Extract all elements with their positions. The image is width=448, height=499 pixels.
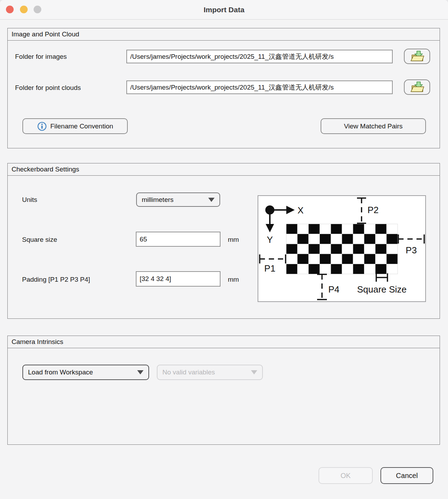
chevron-down-icon xyxy=(137,370,144,374)
view-matched-pairs-button[interactable]: View Matched Pairs xyxy=(321,118,426,134)
filename-convention-button[interactable]: Filename Convention xyxy=(22,118,128,134)
diagram-p2-label: P2 xyxy=(368,205,379,215)
checkerboard-settings-group: Checkerboard Settings Units millimeters … xyxy=(7,163,440,319)
chevron-down-icon xyxy=(208,198,215,202)
intrinsics-variable-select: No valid variables xyxy=(157,365,263,380)
camera-intrinsics-group: Camera Intrinsics Load from Workspace No… xyxy=(7,336,440,445)
ok-button: OK xyxy=(318,467,373,484)
zoom-window-button[interactable] xyxy=(34,6,41,13)
padding-input[interactable] xyxy=(136,271,220,287)
folder-images-input[interactable] xyxy=(126,50,393,63)
title-bar: Import Data xyxy=(0,0,448,20)
units-label: Units xyxy=(22,196,37,204)
padding-label: Padding [P1 P2 P3 P4] xyxy=(22,276,90,283)
info-icon xyxy=(37,121,47,131)
diagram-p1-label: P1 xyxy=(264,263,275,274)
square-size-unit: mm xyxy=(228,236,239,244)
browse-images-button[interactable] xyxy=(404,49,430,64)
checkerboard-diagram-svg: X Y P2 P3 xyxy=(258,196,425,301)
open-folder-icon xyxy=(410,50,425,62)
folder-images-label: Folder for images xyxy=(15,53,67,61)
chevron-down-icon xyxy=(251,370,257,374)
window-title: Import Data xyxy=(0,0,448,19)
open-folder-icon xyxy=(410,81,425,93)
units-selected-value: millimeters xyxy=(142,196,174,204)
units-select[interactable]: millimeters xyxy=(136,192,220,207)
camera-intrinsics-title: Camera Intrinsics xyxy=(8,336,440,348)
import-data-dialog: Import Data Image and Point Cloud Folder… xyxy=(0,0,448,499)
intrinsics-source-value: Load from Workspace xyxy=(28,368,93,376)
square-size-input[interactable] xyxy=(136,232,220,247)
cancel-button[interactable]: Cancel xyxy=(380,467,433,484)
image-point-cloud-group: Image and Point Cloud Folder for images … xyxy=(7,28,440,148)
folder-clouds-label: Folder for point clouds xyxy=(15,84,81,92)
image-point-cloud-title: Image and Point Cloud xyxy=(8,28,440,41)
filename-convention-label: Filename Convention xyxy=(50,122,113,130)
minimize-window-button[interactable] xyxy=(20,6,28,13)
diagram-p4-label: P4 xyxy=(328,284,340,295)
intrinsics-variable-value: No valid variables xyxy=(162,368,215,376)
close-window-button[interactable] xyxy=(6,6,14,13)
square-size-label: Square size xyxy=(22,236,57,244)
padding-unit: mm xyxy=(228,276,239,283)
diagram-y-axis-label: Y xyxy=(267,234,273,245)
browse-clouds-button[interactable] xyxy=(404,79,430,95)
checkerboard-settings-title: Checkerboard Settings xyxy=(8,163,440,176)
checkerboard-diagram: X Y P2 P3 xyxy=(258,195,426,302)
folder-clouds-input[interactable] xyxy=(126,80,393,94)
diagram-square-size-caption: Square Size xyxy=(357,284,407,295)
diagram-x-axis-label: X xyxy=(298,205,303,216)
diagram-p3-label: P3 xyxy=(406,245,417,255)
intrinsics-source-select[interactable]: Load from Workspace xyxy=(22,365,149,380)
view-matched-pairs-label: View Matched Pairs xyxy=(344,122,403,130)
